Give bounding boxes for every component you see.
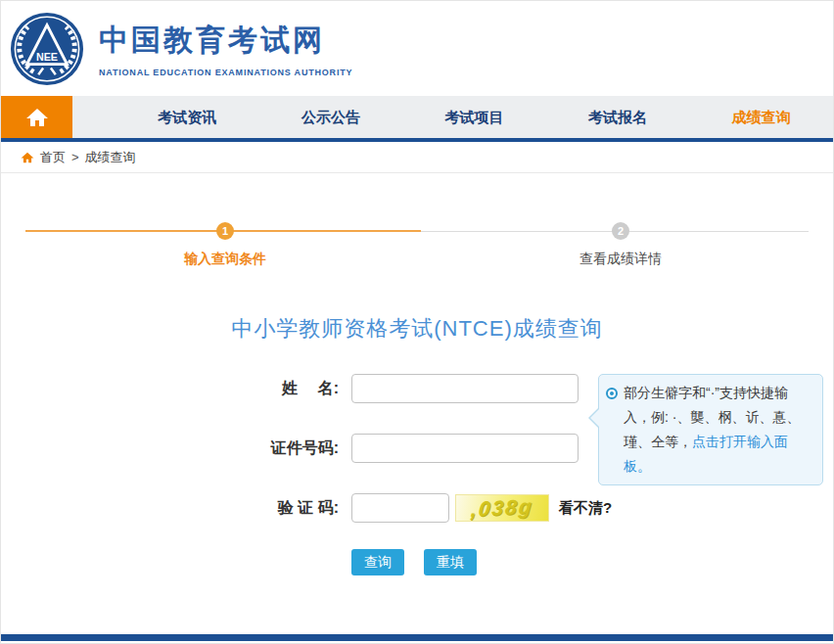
step-1-dot: 1 <box>216 222 234 240</box>
captcha-input[interactable] <box>351 493 449 523</box>
breadcrumb: 首页 > 成绩查询 <box>1 142 833 173</box>
step-2-dot: 2 <box>612 222 629 240</box>
main-nav: 考试资讯 公示公告 考试项目 考试报名 成绩查询 <box>1 96 833 142</box>
captcha-refresh-link[interactable]: 看不清? <box>559 499 612 518</box>
id-number-input[interactable] <box>351 434 579 463</box>
query-form: 姓 名: 证件号码: 验 证 码: ,038g 看不清? 查询 重填 部分生僻字… <box>1 374 833 609</box>
nav-spacer <box>72 96 116 138</box>
site-subtitle: NATIONAL EDUCATION EXAMINATIONS AUTHORIT… <box>99 68 352 77</box>
step-2-label: 查看成绩详情 <box>579 251 662 268</box>
home-icon <box>21 151 34 164</box>
captcha-text: ,038g <box>470 494 534 521</box>
tooltip-text: 部分生僻字和“·”支持快捷输入，例: ·、龑、㭎、䜣、惪、瑾、仝等，点击打开输入… <box>624 381 813 479</box>
radio-selected-icon <box>606 388 618 399</box>
home-icon <box>25 106 49 129</box>
form-buttons: 查询 重填 <box>351 549 833 575</box>
score-query-page: NEE 中国教育考试网 NATIONAL EDUCATION EXAMINATI… <box>0 0 834 644</box>
neea-logo-icon: NEE <box>9 11 85 87</box>
captcha-label: 验 证 码: <box>254 498 339 519</box>
rare-character-tooltip: 部分生僻字和“·”支持快捷输入，例: ·、龑、㭎、䜣、惪、瑾、仝等，点击打开输入… <box>598 374 823 485</box>
progress-steps: 1 2 输入查询条件 查看成绩详情 <box>25 220 809 275</box>
svg-text:NEE: NEE <box>36 50 58 62</box>
nav-home-button[interactable] <box>1 96 72 138</box>
nav-item-exam-news[interactable]: 考试资讯 <box>116 96 259 138</box>
breadcrumb-separator: > <box>71 150 79 164</box>
brand-block: 中国教育考试网 NATIONAL EDUCATION EXAMINATIONS … <box>99 21 352 77</box>
breadcrumb-home-label: 首页 <box>40 149 66 166</box>
step-1-label: 输入查询条件 <box>184 251 266 268</box>
breadcrumb-home-link[interactable]: 首页 <box>21 149 66 166</box>
reset-button[interactable]: 重填 <box>424 549 477 575</box>
id-number-label: 证件号码: <box>254 438 339 459</box>
name-label: 姓 名: <box>254 379 339 399</box>
nav-item-registration[interactable]: 考试报名 <box>546 96 690 138</box>
nav-item-announcements[interactable]: 公示公告 <box>259 96 403 138</box>
nav-item-score-query[interactable]: 成绩查询 <box>689 96 833 138</box>
captcha-image[interactable]: ,038g <box>455 494 549 522</box>
nav-item-exam-projects[interactable]: 考试项目 <box>402 96 546 138</box>
query-button[interactable]: 查询 <box>351 549 404 575</box>
breadcrumb-current: 成绩查询 <box>85 149 136 166</box>
site-title: 中国教育考试网 <box>99 21 352 61</box>
site-header: NEE 中国教育考试网 NATIONAL EDUCATION EXAMINATI… <box>1 1 833 96</box>
captcha-row: 验 证 码: ,038g 看不清? <box>254 493 833 523</box>
page-title: 中小学教师资格考试(NTCE)成绩查询 <box>1 314 833 344</box>
footer-bar <box>1 634 833 641</box>
name-input[interactable] <box>351 374 579 403</box>
